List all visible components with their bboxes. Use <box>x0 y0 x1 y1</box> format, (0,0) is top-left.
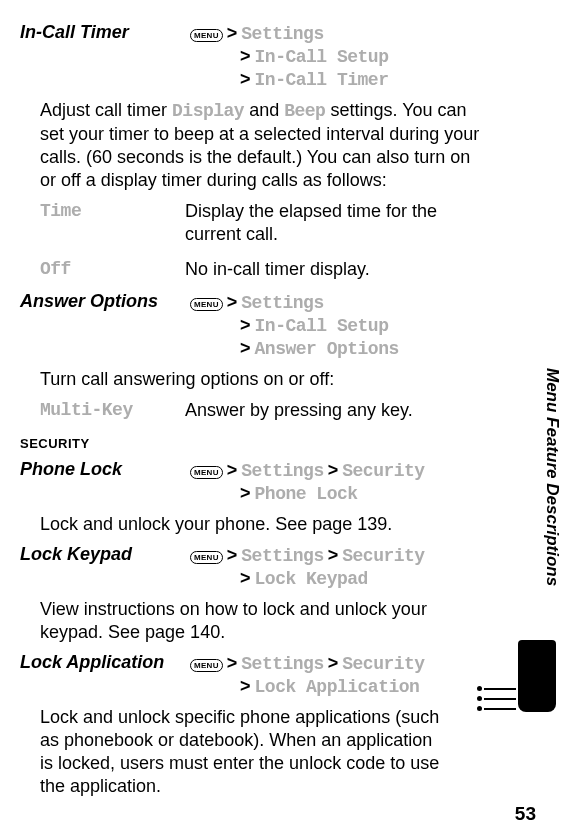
menu-button-icon: MENU <box>190 659 223 672</box>
path-seg: Security <box>342 654 424 674</box>
option-term: Time <box>40 200 185 246</box>
feature-body: Turn call answering options on or off: <box>40 368 490 391</box>
path-seg: Settings <box>241 546 323 566</box>
option-desc: Display the elapsed time for the current… <box>185 200 490 246</box>
menu-path: MENU>Settings >In-Call Setup >Answer Opt… <box>190 291 399 360</box>
option-term: Multi-Key <box>40 399 185 422</box>
menu-button-icon: MENU <box>190 466 223 479</box>
path-seg: Security <box>342 546 424 566</box>
feature-title: Lock Keypad <box>20 544 185 565</box>
menu-path: MENU>Settings >In-Call Setup >In-Call Ti… <box>190 22 388 91</box>
path-seg: In-Call Setup <box>255 47 389 67</box>
path-seg: Settings <box>241 293 323 313</box>
path-seg: Answer Options <box>255 339 399 359</box>
path-seg: Settings <box>241 24 323 44</box>
feature-body: Adjust call timer Display and Beep setti… <box>40 99 490 192</box>
menu-path: MENU>Settings>Security >Lock Keypad <box>190 544 425 590</box>
feature-title: In-Call Timer <box>20 22 185 43</box>
feature-body: Lock and unlock specific phone applicati… <box>40 706 490 798</box>
feature-body: View instructions on how to lock and unl… <box>40 598 490 644</box>
menu-button-icon: MENU <box>190 551 223 564</box>
path-seg: Lock Application <box>255 677 420 697</box>
feature-title: Answer Options <box>20 291 185 312</box>
path-seg: Settings <box>241 461 323 481</box>
path-seg: In-Call Setup <box>255 316 389 336</box>
option-row: Multi-Key Answer by pressing any key. <box>40 399 490 422</box>
menu-button-icon: MENU <box>190 29 223 42</box>
feature-in-call-timer: In-Call Timer MENU>Settings >In-Call Set… <box>20 22 490 281</box>
menu-button-icon: MENU <box>190 298 223 311</box>
option-desc: No in-call timer display. <box>185 258 490 281</box>
path-seg: Settings <box>241 654 323 674</box>
path-seg: Lock Keypad <box>255 569 368 589</box>
option-row: Off No in-call timer display. <box>40 258 490 281</box>
feature-title: Phone Lock <box>20 459 185 480</box>
feature-phone-lock: Phone Lock MENU>Settings>Security >Phone… <box>20 459 490 536</box>
page-content: In-Call Timer MENU>Settings >In-Call Set… <box>0 0 526 826</box>
feature-answer-options: Answer Options MENU>Settings >In-Call Se… <box>20 291 490 422</box>
feature-body: Lock and unlock your phone. See page 139… <box>40 513 490 536</box>
feature-lock-keypad: Lock Keypad MENU>Settings>Security >Lock… <box>20 544 490 644</box>
phone-icon <box>518 640 556 712</box>
path-seg: Security <box>342 461 424 481</box>
feature-title: Lock Application <box>20 652 185 673</box>
path-seg: Phone Lock <box>255 484 358 504</box>
menu-path: MENU>Settings>Security >Lock Application <box>190 652 425 698</box>
path-seg: In-Call Timer <box>255 70 389 90</box>
menu-path: MENU>Settings>Security >Phone Lock <box>190 459 425 505</box>
section-heading: SECURITY <box>20 436 490 451</box>
feature-lock-application: Lock Application MENU>Settings>Security … <box>20 652 490 798</box>
page-number: 53 <box>515 803 536 825</box>
list-lines-icon <box>484 688 516 718</box>
option-row: Time Display the elapsed time for the cu… <box>40 200 490 246</box>
option-term: Off <box>40 258 185 281</box>
side-tab-label: Menu Feature Descriptions <box>542 368 562 586</box>
option-desc: Answer by pressing any key. <box>185 399 490 422</box>
